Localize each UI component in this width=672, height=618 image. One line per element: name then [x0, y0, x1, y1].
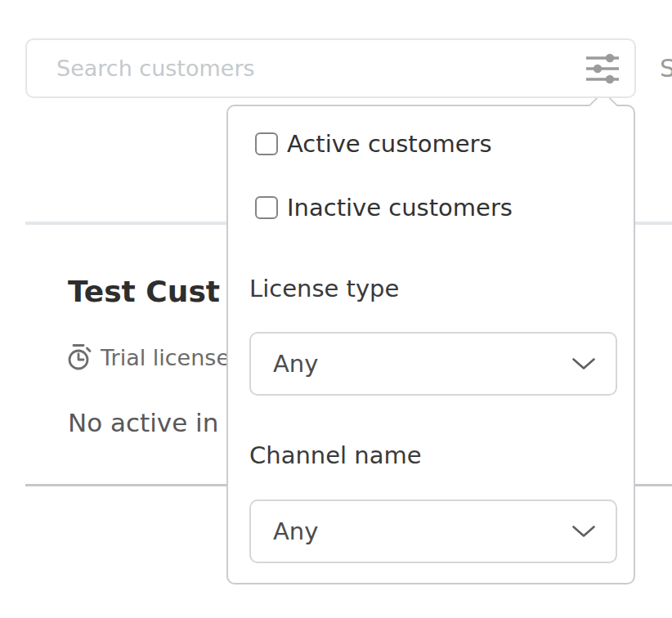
filter-option-active[interactable]: Active customers	[255, 131, 492, 157]
channel-name-select-value: Any	[273, 517, 318, 545]
license-type-select[interactable]: Any	[249, 332, 617, 396]
customer-name-heading: Test Cust	[68, 275, 220, 308]
inactive-customers-checkbox[interactable]	[255, 196, 278, 219]
license-type-label: License type	[249, 275, 399, 302]
channel-name-select[interactable]: Any	[249, 499, 617, 563]
active-customers-checkbox[interactable]	[255, 132, 278, 155]
installations-status-text: No active in	[68, 408, 218, 437]
partial-right-text[interactable]: S	[660, 54, 672, 83]
filter-button[interactable]	[584, 52, 621, 86]
channel-name-label: Channel name	[249, 441, 422, 469]
stopwatch-icon	[65, 343, 93, 372]
chevron-down-icon	[571, 357, 596, 371]
search-input[interactable]	[56, 56, 584, 81]
license-type-text: Trial license	[101, 345, 230, 370]
active-customers-label[interactable]: Active customers	[287, 130, 492, 158]
license-type-select-value: Any	[273, 350, 318, 378]
license-row: Trial license	[65, 343, 230, 372]
search-bar	[25, 38, 636, 98]
sliders-icon	[585, 52, 620, 85]
inactive-customers-label[interactable]: Inactive customers	[287, 194, 513, 222]
filter-option-inactive[interactable]: Inactive customers	[255, 195, 513, 221]
filter-popover: Active customers Inactive customers Lice…	[226, 105, 635, 584]
chevron-down-icon	[571, 525, 596, 539]
